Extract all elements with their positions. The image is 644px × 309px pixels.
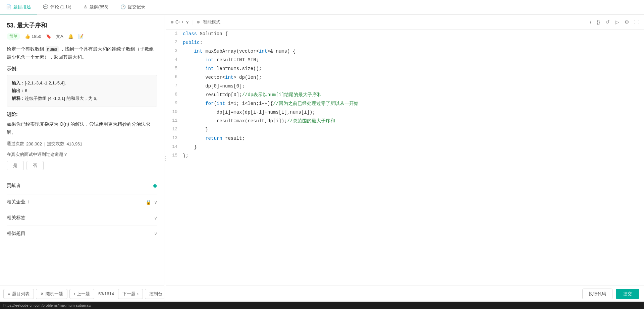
translate-button[interactable]: 文A [56,34,63,40]
right-bottom-bar: 执行代码 提交 [166,286,644,302]
right-panel: C++ ∨ | 智能模式 i {} ↺ ▷ ⚙ ⛶ 1class Solutio… [166,15,644,302]
line-code: public: [183,38,644,47]
console-button[interactable]: 控制台 ∨ [145,289,164,299]
tab-description[interactable]: 📄 题目描述 [0,0,37,14]
editor-toolbar-left: C++ ∨ | 智能模式 [171,19,220,25]
code-token: result=max(result,dp[i]); [183,118,287,124]
prev-button[interactable]: ‹ 上一题 [69,289,94,299]
contributors-label: 贡献者 [7,183,21,189]
stats-row: 通过次数 208,002 | 提交次数 413,961 [7,141,157,147]
left-panel: 53. 最大子序和 简单 👍 1850 🔖 文A 🔔 [0,15,164,302]
code-token [183,66,205,71]
line-code: dp[i]=max(dp[i-1]+nums[i],nums[i]); [183,108,644,117]
random-button[interactable]: ✕ 随机一题 [36,289,67,299]
code-token: result=INT_MIN; [214,57,259,63]
stats-divider: | [44,141,45,146]
prev-icon: ‹ [74,291,75,296]
tab-comments-label: 评论 (1.1k) [50,4,71,10]
code-token: vector< [183,75,225,80]
resize-handle[interactable] [164,15,166,302]
code-line: 1class Solution { [166,29,644,38]
line-number: 9 [166,99,183,108]
similar-problems-row[interactable]: 相似题目 ∨ [7,226,157,241]
line-number: 3 [166,47,183,56]
submit-count-value: 413,961 [66,141,82,146]
code-token: : [200,40,202,45]
toolbar-divider: | [193,19,194,25]
italic-icon[interactable]: i [590,19,591,25]
problem-list-button[interactable]: ≡ 题目列表 [3,289,34,299]
similar-chevron-icon: ∨ [154,231,157,236]
code-token [183,136,205,141]
editor-toolbar-right: i {} ↺ ▷ ⚙ ⛶ [590,19,639,25]
tab-description-label: 题目描述 [13,4,31,10]
like-icon: 👍 [25,34,30,39]
code-token: int [205,66,214,71]
code-line: 10 dp[i]=max(dp[i-1]+nums[i],nums[i]); [166,108,644,117]
line-code: result=dp[0];//dp表示以num[i]结尾的最大子序和 [183,90,644,99]
related-company-row[interactable]: 相关企业 i 🔒 ∨ [7,194,157,210]
line-code: } [183,125,644,134]
run-button[interactable]: 执行代码 [582,289,612,299]
fullscreen-icon[interactable]: ⛶ [634,19,639,25]
likes-button[interactable]: 👍 1850 [25,34,41,39]
code-token: //dp表示以num[i]结尾的最大子序和 [242,92,322,98]
line-code: } [183,143,644,151]
note-icon: 📝 [78,34,84,39]
tab-solutions-label: 题解(856) [90,4,108,10]
bookmark-button[interactable]: 🔖 [46,34,51,39]
settings-icon[interactable]: ⚙ [625,19,629,25]
code-token: > dp(len); [233,75,262,80]
tab-submissions[interactable]: 🕐 提交记录 [114,0,151,14]
leetcode-logo-icon: ◈ [153,182,157,189]
run-icon[interactable]: ▷ [615,19,619,25]
pass-count-value: 208,002 [26,141,42,146]
note-button[interactable]: 📝 [78,34,84,39]
code-line: 11 result=max(result,dp[i]);//总范围的最大子序和 [166,117,644,125]
code-token: class [183,31,197,37]
code-token: }; [183,153,189,159]
line-code: result=max(result,dp[i]);//总范围的最大子序和 [183,117,644,125]
bell-button[interactable]: 🔔 [68,34,73,39]
code-line: 13 return result; [166,134,644,143]
code-editor[interactable]: 1class Solution {2public:3 int maxSubArr… [166,29,644,286]
braces-icon[interactable]: {} [597,19,600,25]
language-selector[interactable]: C++ ∨ [171,19,189,24]
yn-buttons: 是 否 [7,161,157,170]
problem-description: 给定一个整数数组 nums ，找到一个具有最大和的连续子数组（子数组最少包含一个… [7,45,157,61]
tab-comments[interactable]: 💬 评论 (1.1k) [37,0,77,14]
line-number: 12 [166,125,183,134]
submit-button[interactable]: 提交 [616,289,639,299]
main-layout: 53. 最大子序和 简单 👍 1850 🔖 文A 🔔 [0,15,644,302]
example-input: 输入：[-2,1,-3,4,-1,2,1,-5,4], [12,79,152,87]
line-code: int result=INT_MIN; [183,56,644,64]
smart-mode-dot [197,21,200,23]
undo-icon[interactable]: ↺ [605,19,610,25]
no-button[interactable]: 否 [26,161,44,170]
bell-icon: 🔔 [68,34,73,39]
code-token: ( [214,101,216,106]
code-line: 2public: [166,38,644,47]
line-number: 5 [166,64,183,73]
top-tabs: 📄 题目描述 💬 评论 (1.1k) ⚠ 题解(856) 🕐 提交记录 [0,0,644,15]
next-button[interactable]: 下一题 › [118,289,143,299]
yes-button[interactable]: 是 [7,161,24,170]
line-code: int len=nums.size(); [183,64,644,73]
line-code: for(int i=1; i<len;i++){//因为之前已经处理过零了所以从… [183,99,644,108]
editor-toolbar: C++ ∨ | 智能模式 i {} ↺ ▷ ⚙ ⛶ [166,15,644,29]
tab-solutions[interactable]: ⚠ 题解(856) [77,0,114,14]
code-token: //因为之前已经处理过零了所以从一开始 [273,101,359,106]
related-company-label: 相关企业 i [7,199,29,205]
language-label: C++ [175,19,184,24]
code-token: >& nums) { [267,49,296,54]
line-code: dp[0]=nums[0]; [183,82,644,90]
example-box: 输入：[-2,1,-3,4,-1,2,1,-5,4], 输出：6 解释：连续子数… [7,75,157,107]
problem-meta: 简单 👍 1850 🔖 文A 🔔 📝 [7,33,157,40]
code-line: 3 int maxSubArray(vector<int>& nums) { [166,47,644,56]
line-code: return result; [183,134,644,143]
code-token: int [225,75,233,80]
code-token: Solution { [197,31,228,37]
related-tags-row[interactable]: 相关标签 ∨ [7,210,157,226]
comments-icon: 💬 [43,4,48,9]
line-number: 14 [166,143,183,151]
